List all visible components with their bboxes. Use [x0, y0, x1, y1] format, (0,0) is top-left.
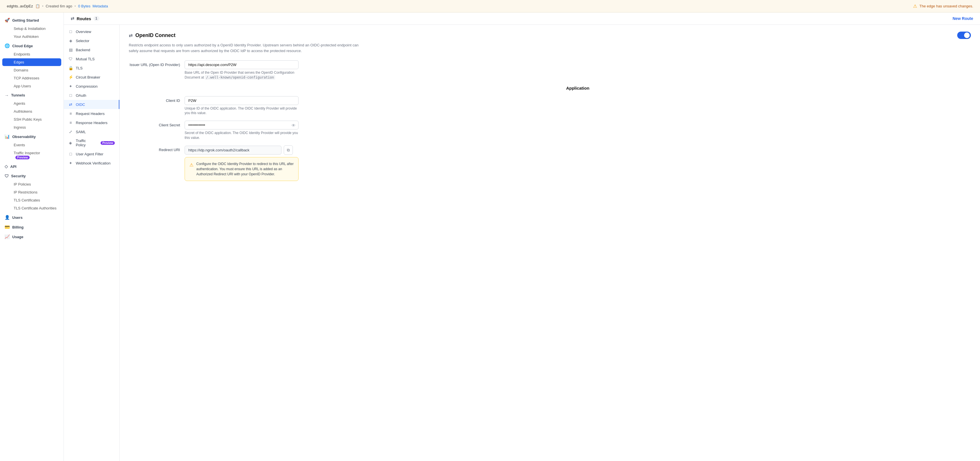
copy-redirect-uri-button[interactable]: ⧉ [284, 146, 293, 155]
compression-icon: ✦ [68, 84, 73, 89]
created-text: Created 6m ago [46, 4, 72, 8]
client-id-input[interactable] [185, 96, 299, 105]
nav-item-overview[interactable]: □ Overview [64, 27, 119, 36]
main-layout: 🚀 Getting Started Setup & Installation Y… [0, 13, 980, 461]
traffic-policy-preview-badge: Preview [100, 141, 115, 145]
overview-icon: □ [68, 29, 73, 34]
sidebar-item-agents[interactable]: Agents [2, 100, 61, 107]
content-area: ⇄ Routes 1 New Route □ Overview ◈ Select… [64, 13, 980, 461]
sidebar-item-ingress[interactable]: Ingress [2, 124, 61, 131]
nav-item-response-headers[interactable]: ≡ Response Headers [64, 118, 119, 127]
sidebar-item-ip-restrictions[interactable]: IP Restrictions [2, 189, 61, 196]
top-bar-left: edghts..avDpEz 📋 • Created 6m ago • 0 By… [7, 4, 108, 8]
observability-icon: 📊 [5, 134, 10, 139]
redirect-uri-field: ⧉ ⚠ Configure the OIDC Identity Provider… [185, 146, 299, 181]
users-label: Users [12, 215, 22, 220]
redirect-uri-wrap: ⧉ [185, 146, 299, 155]
billing-icon: 💳 [5, 225, 10, 230]
sidebar-item-authtokens[interactable]: Authtokens [2, 108, 61, 115]
nav-item-mutual-tls[interactable]: 🛡 Mutual TLS [64, 54, 119, 63]
redirect-uri-input [185, 146, 282, 155]
nav-item-saml[interactable]: ⤢ SAML [64, 127, 119, 136]
routes-title: ⇄ Routes 1 [71, 16, 99, 21]
section-cloud-edge: 🌐 Cloud Edge Endpoints Edges Domains TCP… [0, 41, 64, 90]
nav-item-traffic-policy[interactable]: ◈ Traffic Policy Preview [64, 136, 119, 149]
client-id-hint: Unique ID of the OIDC application. The O… [185, 106, 299, 116]
sidebar-item-edges[interactable]: Edges [2, 58, 61, 66]
issuer-url-input[interactable] [185, 60, 299, 69]
sidebar-item-traffic-inspector[interactable]: Traffic Inspector Preview [2, 149, 61, 161]
nav-item-webhook-verification[interactable]: ✦ Webhook Verification [64, 158, 119, 168]
route-nav: □ Overview ◈ Selector ▤ Backend 🛡 Mutual… [64, 25, 120, 461]
oidc-title-icon: ⇄ [129, 33, 132, 38]
section-header-security[interactable]: 🛡 Security [0, 172, 64, 180]
sidebar-item-ssh-keys[interactable]: SSH Public Keys [2, 116, 61, 123]
billing-label: Billing [12, 225, 24, 230]
sidebar-item-setup[interactable]: Setup & Installation [2, 25, 61, 32]
sidebar-item-domains[interactable]: Domains [2, 66, 61, 74]
usage-icon: 📈 [5, 234, 10, 239]
sidebar-item-endpoints[interactable]: Endpoints [2, 51, 61, 58]
traffic-policy-icon: ◈ [68, 141, 73, 145]
getting-started-label: Getting Started [12, 18, 39, 22]
oidc-title-text: OpenID Connect [135, 32, 175, 38]
section-header-tunnels[interactable]: → Tunnels [0, 91, 64, 99]
nav-item-compression[interactable]: ✦ Compression [64, 82, 119, 91]
sidebar-item-ip-policies[interactable]: IP Policies [2, 181, 61, 188]
issuer-url-row: Issuer URL (Open ID Provider) Base URL o… [129, 60, 971, 80]
sidebar-item-tls-certs[interactable]: TLS Certificates [2, 196, 61, 204]
nav-item-request-headers[interactable]: ≡ Request Headers [64, 109, 119, 118]
section-header-observability[interactable]: 📊 Observability [0, 132, 64, 141]
toggle-secret-icon[interactable]: 👁 [291, 123, 296, 127]
section-observability: 📊 Observability Events Traffic Inspector… [0, 132, 64, 161]
section-header-getting-started[interactable]: 🚀 Getting Started [0, 16, 64, 24]
section-header-billing[interactable]: 💳 Billing [0, 223, 64, 231]
oidc-content: ⇄ OpenID Connect Restricts endpoint acce… [120, 25, 980, 461]
circuit-breaker-icon: ⚡ [68, 75, 73, 79]
routes-icon: ⇄ [71, 16, 74, 21]
nav-item-user-agent-filter[interactable]: □ User Agent Filter [64, 149, 119, 158]
nav-item-backend[interactable]: ▤ Backend [64, 45, 119, 54]
sidebar-item-tls-ca[interactable]: TLS Certificate Authorities [2, 204, 61, 212]
app-section-title: Application [185, 86, 971, 90]
sidebar-item-events[interactable]: Events [2, 141, 61, 149]
section-header-users[interactable]: 👤 Users [0, 213, 64, 222]
oauth-icon: □ [68, 93, 73, 98]
sidebar: 🚀 Getting Started Setup & Installation Y… [0, 13, 64, 461]
new-route-button[interactable]: New Route [953, 16, 973, 21]
api-label: API [10, 165, 16, 169]
section-header-usage[interactable]: 📈 Usage [0, 233, 64, 241]
edge-name: edghts..avDpEz [7, 4, 33, 8]
client-secret-input-wrapper: 👁 [185, 120, 299, 130]
security-icon: 🛡 [5, 174, 9, 178]
section-header-cloud-edge[interactable]: 🌐 Cloud Edge [0, 41, 64, 50]
top-bar: edghts..avDpEz 📋 • Created 6m ago • 0 By… [0, 0, 980, 13]
sidebar-item-authtoken[interactable]: Your Authtoken [2, 33, 61, 40]
nav-item-circuit-breaker[interactable]: ⚡ Circuit Breaker [64, 73, 119, 82]
top-bar-right: ⚠ The edge has unsaved changes. [913, 3, 973, 9]
copy-icon[interactable]: 📋 [35, 4, 40, 8]
metadata-link[interactable]: 0 Bytes Metadata [78, 4, 108, 8]
nav-item-oidc[interactable]: ⇄ OIDC [64, 100, 119, 109]
oidc-toggle[interactable] [957, 32, 971, 39]
client-secret-input[interactable] [185, 120, 299, 130]
unsaved-text: The edge has unsaved changes. [919, 4, 973, 8]
request-headers-icon: ≡ [68, 111, 73, 116]
sidebar-item-tcp[interactable]: TCP Addresses [2, 74, 61, 82]
section-getting-started: 🚀 Getting Started Setup & Installation Y… [0, 16, 64, 40]
routes-header: ⇄ Routes 1 New Route [64, 13, 980, 25]
client-secret-label: Client Secret [129, 120, 180, 127]
nav-item-oauth[interactable]: □ OAuth [64, 91, 119, 100]
nav-item-tls[interactable]: 🔒 TLS [64, 63, 119, 73]
routes-label: Routes [76, 16, 91, 21]
security-label: Security [11, 174, 25, 178]
tls-icon: 🔒 [68, 66, 73, 70]
section-usage: 📈 Usage [0, 233, 64, 241]
user-agent-filter-icon: □ [68, 152, 73, 156]
issuer-url-hint: Base URL of the Open ID Provider that se… [185, 70, 299, 80]
cloud-edge-label: Cloud Edge [12, 44, 33, 48]
sidebar-item-app-users[interactable]: App Users [2, 82, 61, 90]
app-section-wrapper: Application [185, 86, 971, 90]
nav-item-selector[interactable]: ◈ Selector [64, 36, 119, 45]
section-header-api[interactable]: ◇ API [0, 162, 64, 171]
